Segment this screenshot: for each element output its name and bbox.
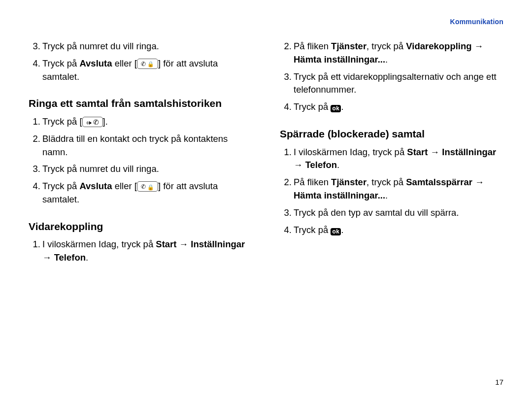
right-column: 2. På fliken Tjänster, tryck på Vidareko… bbox=[280, 40, 503, 269]
list-item: 2. På fliken Tjänster, tryck på Samtalss… bbox=[280, 176, 503, 202]
manual-page: Kommunikation 3. Tryck på numret du vill… bbox=[0, 0, 532, 399]
forward-steps-left: 1. I viloskärmen Idag, tryck på Start → … bbox=[29, 238, 252, 265]
list-item: 4. Tryck på ok. bbox=[280, 224, 503, 237]
list-item: 4. Tryck på Avsluta eller [✆🔒] för att a… bbox=[29, 180, 252, 206]
step-text: Tryck på ok. bbox=[294, 224, 503, 237]
step-text: Tryck på Avsluta eller [✆🔒] för att avsl… bbox=[42, 180, 252, 206]
list-item: 1. I viloskärmen Idag, tryck på Start → … bbox=[29, 238, 252, 265]
call-key-icon: 🕪✆ bbox=[82, 117, 103, 127]
ok-icon: ok bbox=[331, 228, 341, 235]
end-call-key-icon: ✆🔒 bbox=[137, 59, 158, 69]
step-number: 3. bbox=[29, 163, 42, 176]
intro-steps: 3. Tryck på numret du vill ringa. 4. Try… bbox=[29, 40, 252, 83]
list-item: 1. I viloskärmen Idag, tryck på Start → … bbox=[280, 146, 503, 172]
step-number: 2. bbox=[280, 176, 294, 189]
step-number: 3. bbox=[280, 70, 294, 84]
step-text: Tryck på ok. bbox=[294, 100, 503, 114]
step-text: Tryck på numret du vill ringa. bbox=[42, 163, 252, 176]
forward-steps-right: 2. På fliken Tjänster, tryck på Vidareko… bbox=[280, 40, 503, 114]
step-number: 3. bbox=[29, 40, 42, 53]
step-number: 4. bbox=[280, 100, 294, 114]
step-text: Bläddra till en kontakt och tryck på kon… bbox=[42, 133, 252, 159]
list-item: 3. Tryck på ett vidarekopplingsalternati… bbox=[280, 70, 503, 97]
page-number: 17 bbox=[495, 378, 503, 386]
list-item: 4. Tryck på ok. bbox=[280, 100, 503, 114]
list-item: 3. Tryck på numret du vill ringa. bbox=[29, 40, 252, 53]
list-item: 2. På fliken Tjänster, tryck på Vidareko… bbox=[280, 40, 503, 66]
section-header: Kommunikation bbox=[450, 18, 503, 26]
step-text: Tryck på ett vidarekopplingsalternativ o… bbox=[294, 70, 503, 97]
heading-forwarding: Vidarekoppling bbox=[29, 219, 252, 234]
list-item: 3. Tryck på numret du vill ringa. bbox=[29, 163, 252, 176]
step-text: I viloskärmen Idag, tryck på Start → Ins… bbox=[42, 238, 252, 265]
block-steps: 1. I viloskärmen Idag, tryck på Start → … bbox=[280, 146, 503, 237]
step-text: I viloskärmen Idag, tryck på Start → Ins… bbox=[294, 146, 503, 172]
step-number: 1. bbox=[29, 238, 42, 251]
list-item: 2. Bläddra till en kontakt och tryck på … bbox=[29, 133, 252, 159]
step-text: På fliken Tjänster, tryck på Samtalsspär… bbox=[294, 176, 503, 202]
step-number: 1. bbox=[280, 146, 294, 159]
step-text: Tryck på numret du vill ringa. bbox=[42, 40, 252, 53]
step-text: Tryck på Avsluta eller [✆🔒] för att avsl… bbox=[42, 57, 252, 84]
step-text: På fliken Tjänster, tryck på Vidarekoppl… bbox=[294, 40, 503, 66]
list-item: 1. Tryck på [🕪✆]. bbox=[29, 115, 252, 129]
step-number: 4. bbox=[29, 57, 42, 70]
step-number: 4. bbox=[280, 224, 294, 237]
end-call-key-icon: ✆🔒 bbox=[137, 181, 158, 192]
step-number: 4. bbox=[29, 180, 42, 193]
list-item: 3. Tryck på den typ av samtal du vill sp… bbox=[280, 206, 503, 220]
step-text: Tryck på [🕪✆]. bbox=[42, 115, 252, 129]
ok-icon: ok bbox=[331, 105, 341, 112]
two-column-layout: 3. Tryck på numret du vill ringa. 4. Try… bbox=[29, 40, 503, 269]
history-steps: 1. Tryck på [🕪✆]. 2. Bläddra till en kon… bbox=[29, 115, 252, 206]
step-number: 1. bbox=[29, 115, 42, 129]
step-number: 3. bbox=[280, 206, 294, 220]
heading-history: Ringa ett samtal från samtalshistoriken bbox=[29, 96, 252, 111]
step-number: 2. bbox=[280, 40, 294, 53]
list-item: 4. Tryck på Avsluta eller [✆🔒] för att a… bbox=[29, 57, 252, 84]
left-column: 3. Tryck på numret du vill ringa. 4. Try… bbox=[29, 40, 252, 269]
step-number: 2. bbox=[29, 133, 42, 146]
step-text: Tryck på den typ av samtal du vill spärr… bbox=[294, 206, 503, 220]
heading-blocked: Spärrade (blockerade) samtal bbox=[280, 127, 503, 141]
